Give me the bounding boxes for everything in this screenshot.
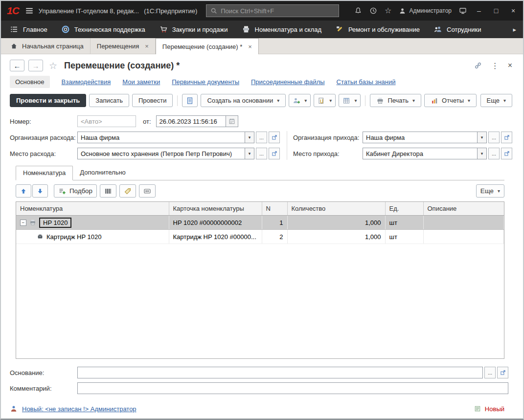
scanner-button[interactable] [139, 184, 156, 198]
tab-peremeshcheniya[interactable]: Перемещения × [91, 38, 156, 54]
col-n[interactable]: N [262, 202, 287, 216]
minimize-button[interactable]: – [474, 7, 484, 14]
favorites-star-icon[interactable]: ☆ [385, 7, 391, 15]
col-description[interactable]: Описание [423, 202, 504, 216]
place-in-select-button[interactable]: ... [488, 148, 500, 159]
post-and-close-button[interactable]: Провести и закрыть [10, 94, 86, 107]
sections-overflow-button[interactable]: ▸ [508, 26, 521, 33]
org-out-select-button[interactable]: ... [256, 132, 267, 143]
place-in-open-button[interactable] [501, 148, 512, 159]
place-out-select-button[interactable]: ... [256, 148, 267, 159]
cell-n[interactable]: 2 [262, 230, 287, 244]
place-in-dropdown-button[interactable]: ▾ [477, 148, 487, 159]
col-quantity[interactable]: Количество [287, 202, 385, 216]
get-link-icon[interactable] [474, 61, 482, 70]
current-user[interactable]: Администратор [399, 7, 452, 15]
pick-items-button[interactable]: Подбор [54, 184, 97, 198]
date-input[interactable] [156, 115, 226, 127]
save-button[interactable]: Записать [89, 94, 129, 107]
status-link[interactable]: Новый: <не записан !> Администратор [22, 405, 137, 413]
cell-quantity[interactable]: 1,000 [287, 216, 385, 230]
org-in-select-button[interactable]: ... [488, 132, 500, 143]
cell-quantity[interactable]: 1,000 [287, 230, 385, 244]
focused-cell[interactable]: HP 1020 [39, 218, 71, 228]
notifications-bell-icon[interactable] [354, 7, 362, 15]
number-input[interactable] [77, 115, 136, 127]
col-unit[interactable]: Ед. [385, 202, 423, 216]
tab-close-icon[interactable]: × [248, 43, 252, 50]
tab-home[interactable]: Начальная страница [4, 38, 91, 54]
toolbar-more-button[interactable]: Еще ▾ [480, 94, 512, 107]
section-main[interactable]: Главное [3, 21, 54, 38]
org-in-input[interactable] [363, 132, 477, 143]
cell-description[interactable] [423, 230, 504, 244]
back-button[interactable]: ← [10, 60, 24, 71]
tree-collapse-toggle[interactable]: − [20, 220, 26, 226]
basis-input[interactable] [77, 367, 483, 378]
barcode-button[interactable] [100, 184, 116, 198]
comment-input[interactable] [77, 382, 508, 394]
section-nomenclature-warehouse[interactable]: Номенклатура и склад [235, 21, 328, 38]
post-button[interactable]: Провести [132, 94, 173, 107]
nav-link-knowledge-base[interactable]: Статьи базы знаний [337, 78, 396, 86]
section-support[interactable]: Техническая поддержка [54, 21, 152, 38]
col-card[interactable]: Карточка номенклатуры [169, 202, 262, 216]
org-out-input[interactable] [77, 132, 245, 143]
display-icon[interactable] [459, 7, 467, 15]
users-dropdown-button[interactable]: ▾ [289, 94, 311, 107]
history-clock-icon[interactable] [369, 7, 377, 15]
attached-files-dropdown-button[interactable]: ▾ [314, 94, 336, 107]
basis-select-button[interactable]: ... [484, 367, 496, 378]
forward-button[interactable]: → [28, 60, 43, 71]
cell-unit[interactable]: шт [385, 216, 423, 230]
document-movements-button[interactable] [182, 94, 198, 107]
cell-card[interactable]: HP 1020 #00000000002 [169, 216, 262, 230]
create-based-on-button[interactable]: Создать на основании ▾ [201, 94, 286, 107]
more-menu-button[interactable]: ⋮ [491, 61, 499, 70]
cell-unit[interactable]: шт [385, 230, 423, 244]
table-row[interactable]: − HP 1020 HP 1020 #00000000002 1 1,000 ш… [16, 216, 504, 230]
reports-button[interactable]: Отчеты ▾ [424, 94, 477, 107]
tab-close-icon[interactable]: × [145, 43, 149, 50]
print-button[interactable]: Печать ▾ [370, 94, 421, 107]
org-out-dropdown-button[interactable]: ▾ [245, 132, 254, 143]
items-more-button[interactable]: Еще ▾ [476, 184, 504, 198]
nav-link-primary-documents[interactable]: Первичные документы [172, 78, 239, 86]
section-repair-service[interactable]: Ремонт и обслуживание [328, 21, 427, 38]
nav-link-my-notes[interactable]: Мои заметки [122, 78, 160, 86]
add-to-favorites-star-icon[interactable]: ☆ [49, 61, 57, 70]
price-tag-button[interactable] [119, 184, 136, 198]
main-menu-icon[interactable] [25, 6, 34, 15]
global-search-box[interactable] [206, 4, 339, 17]
calendar-icon[interactable] [226, 115, 238, 127]
close-window-button[interactable]: × [508, 7, 518, 14]
section-purchases-sales[interactable]: Закупки и продажи [152, 21, 235, 38]
maximize-button[interactable]: □ [491, 7, 501, 14]
section-employees[interactable]: Сотрудники [427, 21, 488, 38]
move-down-button[interactable] [32, 184, 48, 198]
nav-tab-main[interactable]: Основное [10, 76, 50, 88]
nav-link-interactions[interactable]: Взаимодействия [62, 78, 111, 86]
org-in-dropdown-button[interactable]: ▾ [477, 132, 487, 143]
tab-peremeshchenie-sozdanie[interactable]: Перемещение (создание) * × [156, 38, 259, 54]
cell-n[interactable]: 1 [262, 216, 287, 230]
close-document-button[interactable]: × [508, 61, 512, 70]
basis-open-button[interactable] [497, 367, 508, 378]
cell-card[interactable]: Картридж HP 1020 #00000... [169, 230, 262, 244]
tab-additional[interactable]: Дополнительно [73, 166, 133, 180]
tab-nomenclature[interactable]: Номенклатура [16, 166, 73, 180]
nav-link-attached-files[interactable]: Присоединенные файлы [251, 78, 325, 86]
org-out-open-button[interactable] [269, 132, 280, 143]
move-up-button[interactable] [16, 184, 31, 198]
place-out-input[interactable] [77, 148, 245, 159]
table-row[interactable]: Картридж HP 1020 Картридж HP 1020 #00000… [16, 230, 504, 244]
place-in-input[interactable] [363, 148, 477, 159]
search-input[interactable] [221, 7, 335, 15]
related-documents-dropdown-button[interactable]: ▾ [339, 94, 361, 107]
place-out-open-button[interactable] [269, 148, 280, 159]
cell-description[interactable] [423, 216, 504, 230]
cell-name[interactable]: Картридж HP 1020 [46, 233, 101, 241]
place-out-dropdown-button[interactable]: ▾ [245, 148, 254, 159]
col-nomenclature[interactable]: Номенклатура [16, 202, 169, 216]
org-in-open-button[interactable] [501, 132, 512, 143]
